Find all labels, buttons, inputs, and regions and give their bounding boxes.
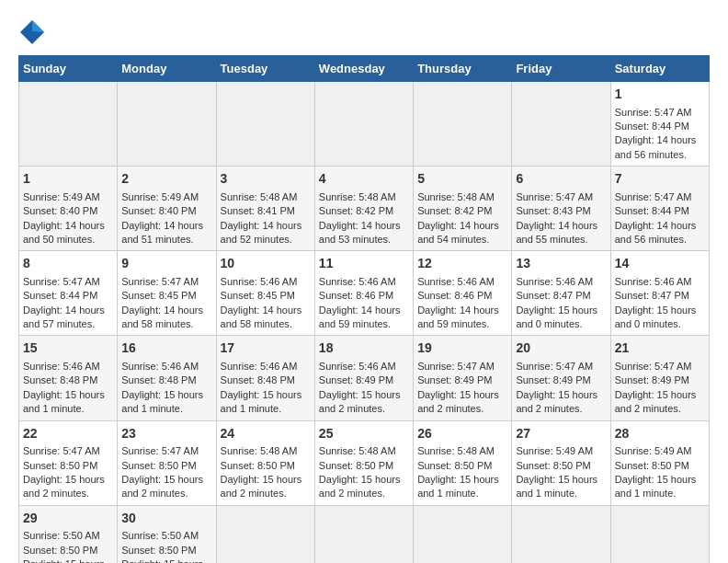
calendar-cell: 1Sunrise: 5:47 AMSunset: 8:44 PMDaylight… xyxy=(610,82,709,167)
calendar-cell: 3Sunrise: 5:48 AMSunset: 8:41 PMDaylight… xyxy=(216,167,314,251)
sunset-text: Sunset: 8:49 PM xyxy=(516,374,590,385)
day-number: 4 xyxy=(319,170,409,189)
sunrise-text: Sunrise: 5:46 AM xyxy=(516,276,593,287)
calendar-cell: 17Sunrise: 5:46 AMSunset: 8:48 PMDayligh… xyxy=(216,336,314,420)
day-header-tuesday: Tuesday xyxy=(216,56,314,82)
day-number: 1 xyxy=(615,86,705,104)
calendar-week-row: 1Sunrise: 5:47 AMSunset: 8:44 PMDaylight… xyxy=(19,82,710,167)
day-number: 21 xyxy=(615,339,705,358)
daylight-text: Daylight: 15 hours and 1 minute. xyxy=(221,389,302,414)
day-number: 16 xyxy=(121,339,211,358)
calendar-week-row: 15Sunrise: 5:46 AMSunset: 8:48 PMDayligh… xyxy=(19,336,710,420)
sunset-text: Sunset: 8:45 PM xyxy=(121,290,196,301)
sunset-text: Sunset: 8:48 PM xyxy=(121,374,196,385)
sunrise-text: Sunrise: 5:47 AM xyxy=(23,276,100,287)
day-number: 30 xyxy=(121,510,211,528)
daylight-text: Daylight: 14 hours and 55 minutes. xyxy=(516,220,597,245)
daylight-text: Daylight: 14 hours and 58 minutes. xyxy=(221,304,302,329)
sunrise-text: Sunrise: 5:49 AM xyxy=(121,191,199,202)
day-number: 15 xyxy=(23,339,113,358)
day-number: 3 xyxy=(221,170,311,189)
daylight-text: Daylight: 15 hours and 2 minutes. xyxy=(319,474,401,499)
daylight-text: Daylight: 15 hours and 1 minute. xyxy=(417,474,499,499)
day-number: 12 xyxy=(417,255,507,273)
calendar-cell: 2Sunrise: 5:49 AMSunset: 8:40 PMDaylight… xyxy=(118,167,216,251)
sunrise-text: Sunrise: 5:47 AM xyxy=(417,361,495,372)
sunrise-text: Sunrise: 5:49 AM xyxy=(516,445,593,456)
logo xyxy=(18,18,50,46)
sunrise-text: Sunrise: 5:46 AM xyxy=(121,361,199,372)
sunset-text: Sunset: 8:49 PM xyxy=(417,374,492,385)
calendar-cell: 10Sunrise: 5:46 AMSunset: 8:45 PMDayligh… xyxy=(216,251,314,336)
daylight-text: Daylight: 14 hours and 52 minutes. xyxy=(221,220,302,245)
sunrise-text: Sunrise: 5:46 AM xyxy=(221,276,298,287)
sunrise-text: Sunrise: 5:47 AM xyxy=(615,361,692,372)
day-number: 7 xyxy=(615,170,705,189)
day-number: 24 xyxy=(221,425,311,443)
calendar-cell: 22Sunrise: 5:47 AMSunset: 8:50 PMDayligh… xyxy=(19,420,118,505)
daylight-text: Daylight: 14 hours and 59 minutes. xyxy=(417,304,499,329)
daylight-text: Daylight: 15 hours and 0 minutes. xyxy=(516,304,597,329)
calendar-cell xyxy=(414,505,512,563)
calendar-cell: 6Sunrise: 5:47 AMSunset: 8:43 PMDaylight… xyxy=(512,167,610,251)
day-header-saturday: Saturday xyxy=(610,56,709,82)
sunrise-text: Sunrise: 5:46 AM xyxy=(23,361,100,372)
day-number: 13 xyxy=(516,255,606,273)
sunrise-text: Sunrise: 5:48 AM xyxy=(417,445,495,456)
calendar-cell: 13Sunrise: 5:46 AMSunset: 8:47 PMDayligh… xyxy=(512,251,610,336)
day-number: 6 xyxy=(516,170,606,189)
daylight-text: Daylight: 14 hours and 51 minutes. xyxy=(121,220,203,245)
sunrise-text: Sunrise: 5:47 AM xyxy=(516,361,593,372)
day-number: 28 xyxy=(615,425,705,443)
daylight-text: Daylight: 15 hours and 1 minute. xyxy=(516,474,597,499)
calendar-cell: 12Sunrise: 5:46 AMSunset: 8:46 PMDayligh… xyxy=(414,251,512,336)
day-header-thursday: Thursday xyxy=(414,56,512,82)
day-number: 29 xyxy=(23,510,113,528)
daylight-text: Daylight: 14 hours and 53 minutes. xyxy=(319,220,401,245)
calendar-week-row: 1Sunrise: 5:49 AMSunset: 8:40 PMDaylight… xyxy=(19,167,710,251)
sunrise-text: Sunrise: 5:46 AM xyxy=(615,276,692,287)
day-number: 2 xyxy=(121,170,211,189)
sunset-text: Sunset: 8:50 PM xyxy=(516,460,590,471)
daylight-text: Daylight: 14 hours and 50 minutes. xyxy=(23,220,105,245)
sunset-text: Sunset: 8:45 PM xyxy=(221,290,295,301)
sunset-text: Sunset: 8:41 PM xyxy=(221,205,295,216)
sunset-text: Sunset: 8:44 PM xyxy=(23,290,97,301)
day-number: 18 xyxy=(319,339,409,358)
day-number: 10 xyxy=(221,255,311,273)
day-header-monday: Monday xyxy=(118,56,216,82)
sunset-text: Sunset: 8:43 PM xyxy=(516,205,590,216)
sunset-text: Sunset: 8:50 PM xyxy=(319,460,393,471)
calendar-cell xyxy=(314,505,413,563)
calendar-cell xyxy=(314,82,413,167)
calendar-cell: 18Sunrise: 5:46 AMSunset: 8:49 PMDayligh… xyxy=(314,336,413,420)
svg-marker-1 xyxy=(32,20,44,32)
daylight-text: Daylight: 14 hours and 58 minutes. xyxy=(121,304,203,329)
sunset-text: Sunset: 8:40 PM xyxy=(23,205,97,216)
sunset-text: Sunset: 8:48 PM xyxy=(221,374,295,385)
daylight-text: Daylight: 14 hours and 56 minutes. xyxy=(615,134,697,159)
sunrise-text: Sunrise: 5:48 AM xyxy=(319,191,396,202)
sunset-text: Sunset: 8:50 PM xyxy=(417,460,492,471)
day-number: 14 xyxy=(615,255,705,273)
sunset-text: Sunset: 8:46 PM xyxy=(417,290,492,301)
sunset-text: Sunset: 8:50 PM xyxy=(221,460,295,471)
sunset-text: Sunset: 8:48 PM xyxy=(23,374,97,385)
daylight-text: Daylight: 15 hours and 2 minutes. xyxy=(121,474,203,499)
daylight-text: Daylight: 15 hours and 2 minutes. xyxy=(319,389,401,414)
calendar-cell: 25Sunrise: 5:48 AMSunset: 8:50 PMDayligh… xyxy=(314,420,413,505)
calendar-cell: 14Sunrise: 5:46 AMSunset: 8:47 PMDayligh… xyxy=(610,251,709,336)
calendar-cell: 16Sunrise: 5:46 AMSunset: 8:48 PMDayligh… xyxy=(118,336,216,420)
sunrise-text: Sunrise: 5:46 AM xyxy=(417,276,495,287)
day-number: 9 xyxy=(121,255,211,273)
daylight-text: Daylight: 15 hours and 1 minute. xyxy=(23,389,105,414)
calendar-cell xyxy=(610,505,709,563)
day-number: 5 xyxy=(417,170,507,189)
daylight-text: Daylight: 15 hours and 0 minutes. xyxy=(615,304,697,329)
daylight-text: Daylight: 15 hours and 1 minute. xyxy=(615,474,697,499)
sunset-text: Sunset: 8:50 PM xyxy=(121,545,196,556)
sunset-text: Sunset: 8:42 PM xyxy=(417,205,492,216)
day-number: 22 xyxy=(23,425,113,443)
calendar-cell xyxy=(118,82,216,167)
daylight-text: Daylight: 15 hours and 0 minutes. xyxy=(23,558,105,563)
